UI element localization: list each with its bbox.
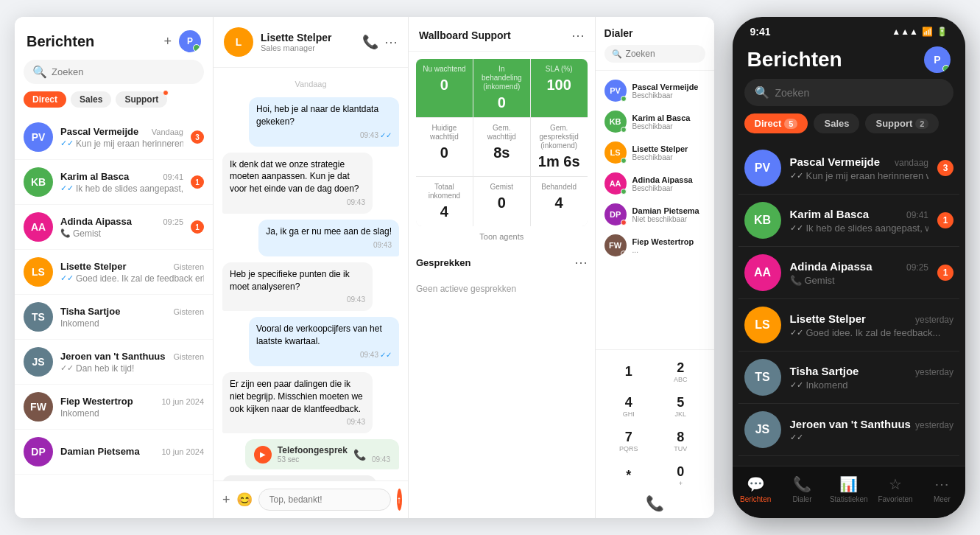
nav-item-meer[interactable]: ⋯ Meer [919, 472, 965, 506]
message-item[interactable]: JS Jeroen van 't Santhuus Gisteren ✓✓ Da… [15, 340, 213, 385]
phone-message-item[interactable]: AA Adinda Aipassa 09:25 📞 Gemist 1 [738, 247, 960, 299]
stat-cell: Gem. gesprekstijd (inkomend)1m 6s [531, 118, 588, 176]
keypad-btn-5[interactable]: 5JKL [656, 391, 705, 422]
keypad-btn-0[interactable]: 0+ [656, 460, 705, 492]
phone-message-list: PV Pascal Vermeijde vandaag ✓✓ Kun je mi… [733, 142, 966, 466]
agent-name: Lisette Stelper [632, 144, 688, 153]
chat-input-bar: + 😊 ↑ [214, 480, 408, 518]
phone-button[interactable]: 📞 [362, 34, 378, 50]
agent-item[interactable]: KB Karim al Basca Beschikbaar [596, 106, 714, 137]
phone-tab-direct[interactable]: Direct 5 [744, 113, 808, 133]
messages-header: Berichten + P [15, 17, 213, 60]
chat-header-info: Lisette Stelper Sales manager [261, 32, 355, 52]
msg-name: Karim al Basca [60, 171, 129, 182]
filter-tab-direct[interactable]: Direct [24, 91, 66, 108]
message-item[interactable]: KB Karim al Basca 09:41 ✓✓ Ik heb de sli… [15, 160, 213, 205]
agent-item[interactable]: AA Adinda Aipassa Beschikbaar [596, 168, 714, 199]
date-label: Vandaag [222, 80, 399, 88]
msg-top: Pascal Vermeijde Vandaag [60, 126, 183, 137]
msg-content: Tisha Sartjoe Gisteren Inkomend [60, 306, 204, 329]
nav-item-dialer[interactable]: 📞 Dialer [779, 472, 825, 506]
filter-tab-sales[interactable]: Sales [71, 91, 111, 108]
agent-item[interactable]: FW Fiep Westertrop ... [596, 230, 714, 261]
play-button[interactable]: ▶ [254, 446, 272, 464]
status-icons: ▲▲▲ 📶 🔋 [892, 27, 948, 37]
search-input[interactable] [52, 66, 195, 77]
phone-avatar: KB [744, 202, 781, 239]
keypad-btn-7[interactable]: 7PQRS [604, 425, 653, 457]
agent-status-dot [621, 251, 627, 256]
msg-top: Lisette Stelper Gisteren [60, 261, 204, 272]
bubble-outgoing: Hoi, heb je al naar de klantdata gekeken… [249, 97, 399, 147]
nav-item-statistieken[interactable]: 📊 Statistieken [825, 472, 872, 506]
agent-item[interactable]: PV Pascal Vermeijde Beschikbaar [596, 75, 714, 106]
message-item[interactable]: FW Fiep Westertrop 10 jun 2024 Inkomend [15, 385, 213, 430]
agent-status: Beschikbaar [632, 153, 688, 161]
phone-message-item[interactable]: PV Pascal Vermeijde vandaag ✓✓ Kun je mi… [738, 142, 960, 195]
wifi-icon: 📶 [922, 27, 933, 37]
stat-label: Huidige wachttijd [420, 124, 468, 141]
phone-msg-content: Karim al Basca 09:41 ✓✓ Ik heb de slides… [790, 208, 929, 234]
phone-tab-sales[interactable]: Sales [814, 113, 859, 133]
avatar: JS [24, 347, 53, 377]
agent-status: Beschikbaar [632, 91, 699, 99]
phone-tab-support[interactable]: Support 2 [865, 113, 939, 133]
filter-tab-support[interactable]: Support [116, 91, 167, 108]
keypad-btn-2[interactable]: 2ABC [656, 356, 705, 388]
add-attachment-button[interactable]: + [222, 492, 230, 508]
msg-top: Karim al Basca 09:41 [60, 171, 183, 182]
keypad-btn-1[interactable]: 1 [604, 356, 653, 388]
dialer-search-input[interactable] [626, 49, 698, 59]
mobile-phone: 9:41 ▲▲▲ 📶 🔋 Berichten P 🔍 Direct 5Sales… [733, 17, 966, 518]
more-options-button[interactable]: ⋯ [384, 34, 398, 50]
audio-title: Telefoongesprek [278, 445, 348, 455]
nav-item-favorieten[interactable]: ☆ Favorieten [872, 472, 918, 506]
nav-icon: ⋯ [934, 475, 949, 493]
phone-message-item[interactable]: KB Karim al Basca 09:41 ✓✓ Ik heb de sli… [738, 195, 960, 247]
call-button[interactable]: 📞 [646, 494, 664, 512]
gesprekken-more-button[interactable]: ⋯ [574, 254, 588, 270]
message-item[interactable]: PV Pascal Vermeijde Vandaag ✓✓ Kun je mi… [15, 115, 213, 160]
msg-name: Adinda Aipassa [60, 216, 132, 227]
agent-avatar: LS [604, 141, 627, 164]
phone-message-item[interactable]: JS Jeroen van 't Santhuus yesterday ✓✓ [738, 404, 960, 456]
keypad-btn-4[interactable]: 4GHI [604, 391, 653, 422]
wallboard-more-button[interactable]: ⋯ [571, 27, 585, 43]
keypad-btn-*[interactable]: * [604, 460, 653, 492]
phone-message-item[interactable]: LS Lisette Stelper yesterday ✓✓ Goed ide… [738, 299, 960, 352]
emoji-button[interactable]: 😊 [236, 492, 253, 508]
agent-item[interactable]: DP Damian Pietsema Niet beschikbaar [596, 199, 714, 230]
user-avatar[interactable]: P [179, 30, 201, 52]
toon-agents-button[interactable]: Toon agents [409, 226, 595, 247]
gesprekken-header: Gesprekken ⋯ [416, 254, 588, 270]
message-item[interactable]: DP Damian Pietsema 10 jun 2024 [15, 430, 213, 475]
phone-msg-time: yesterday [915, 315, 953, 325]
phone-msg-preview: ✓✓ Goed idee. Ik zal de feedback... [790, 327, 954, 338]
phone-msg-preview: ✓✓ [790, 433, 954, 442]
send-button[interactable]: ↑ [397, 489, 402, 511]
phone-msg-time: vandaag [895, 158, 928, 168]
add-conversation-button[interactable]: + [163, 34, 172, 49]
phone-message-item[interactable]: TS Tisha Sartjoe yesterday ✓✓ Inkomend [738, 352, 960, 404]
nav-item-berichten[interactable]: 💬 Berichten [733, 472, 779, 506]
agent-info: Adinda Aipassa Beschikbaar [632, 175, 693, 192]
chat-input[interactable] [258, 489, 391, 511]
agent-item[interactable]: LS Lisette Stelper Beschikbaar [596, 137, 714, 168]
stat-value: 1m 6s [535, 153, 583, 170]
message-item[interactable]: TS Tisha Sartjoe Gisteren Inkomend [15, 295, 213, 340]
nav-icon: ☆ [889, 475, 902, 493]
avatar: DP [24, 437, 53, 466]
avatar: PV [24, 122, 53, 152]
message-item[interactable]: AA Adinda Aipassa 09:25 📞 Gemist 1 [15, 205, 213, 250]
phone-user-avatar[interactable]: P [924, 46, 951, 73]
message-item[interactable]: LS Lisette Stelper Gisteren ✓✓ Goed idee… [15, 250, 213, 295]
keypad-btn-8[interactable]: 8TUV [656, 425, 705, 457]
agent-avatar: DP [604, 203, 627, 225]
agent-status: Beschikbaar [632, 184, 693, 192]
dialer-search: 🔍 [604, 45, 705, 63]
stat-value: 8s [478, 144, 526, 161]
agent-status-dot [621, 96, 627, 102]
stat-cell: Gem. wachttijd8s [473, 118, 530, 176]
phone-search-input[interactable] [775, 87, 944, 99]
stat-value: 100 [535, 77, 583, 94]
